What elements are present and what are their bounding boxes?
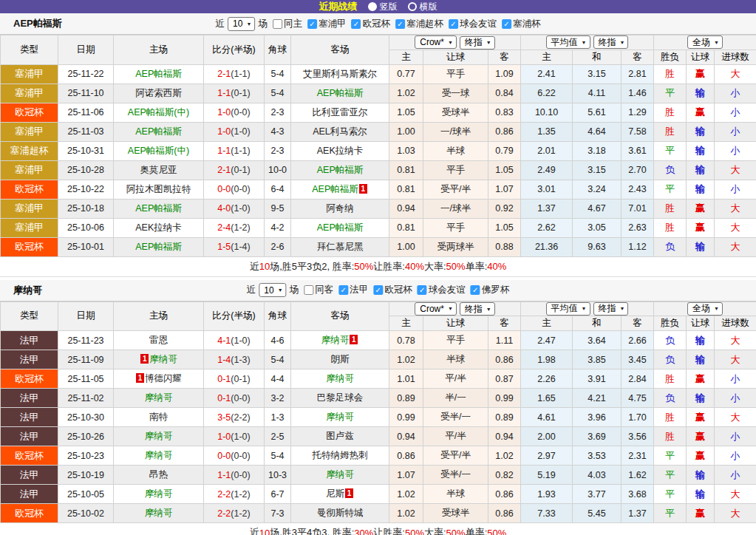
- sub-column-header: 让球: [423, 316, 488, 331]
- average-odds-cell: 1.93: [521, 485, 573, 504]
- handicap-odds-cell: 半球: [423, 485, 488, 504]
- fulltime-score: 1-1: [217, 146, 231, 156]
- away-team-cell: 摩纳哥: [291, 408, 389, 427]
- average-odds-cell: 3.64: [573, 331, 622, 350]
- league-checkbox[interactable]: ✓: [307, 19, 317, 29]
- scope-select[interactable]: 全场▼: [687, 35, 723, 49]
- handicap-odds-cell: 0.86: [488, 122, 521, 141]
- score-cell: 1-0(1-0): [204, 427, 265, 446]
- league-cell: 法甲: [1, 427, 58, 446]
- league-checkbox[interactable]: ✓: [471, 285, 480, 295]
- match-row: 塞浦超杯25-10-31AEP帕福斯(中)1-1(1-1)2-3AEK拉纳卡1.…: [1, 141, 756, 160]
- fulltime-score: 1-4: [217, 355, 231, 365]
- handicap-odds-cell: 0.94: [389, 199, 423, 218]
- league-checkbox[interactable]: ✓: [338, 285, 348, 295]
- fulltime-score: 4-1: [217, 335, 231, 346]
- halftime-score: (0-1): [231, 374, 250, 384]
- handicap-odds-cell: 0.99: [389, 408, 423, 427]
- header-dropdown-row: 类型日期主场比分(半场)角球客场Crow*▼终指▼平均值▼终指▼全场▼: [1, 301, 756, 316]
- odds-source-select[interactable]: Crow*▼: [415, 35, 457, 49]
- away-team-cell: AEP帕福斯: [291, 84, 389, 103]
- odds-select-group: Crow*▼终指▼: [389, 35, 521, 50]
- away-team-cell: AEP帕福斯: [291, 218, 389, 237]
- match-count-select[interactable]: 10▼: [259, 283, 286, 297]
- fulltime-score: 2-1: [217, 165, 231, 175]
- scope-select-group: 全场▼: [654, 35, 756, 50]
- average-odds-cell: 4.11: [573, 84, 622, 103]
- league-checkbox[interactable]: ✓: [502, 19, 511, 29]
- average-odds-cell: 3.15: [573, 64, 622, 84]
- league-checkbox[interactable]: ✓: [373, 285, 383, 295]
- same-venue-checkbox[interactable]: [304, 285, 313, 295]
- handicap-odds-cell: 1.11: [488, 331, 521, 350]
- avg-kind-select[interactable]: 终指▼: [593, 35, 629, 49]
- radio-horizontal-layout[interactable]: 横版: [408, 1, 437, 13]
- chevron-down-icon: ▼: [278, 287, 283, 293]
- away-team-cell: 托特纳姆热刺: [291, 446, 389, 466]
- radio-vertical-layout[interactable]: 竖版: [368, 1, 398, 13]
- avg-source-select[interactable]: 平均值▼: [546, 35, 590, 49]
- date-cell: 25-11-22: [58, 64, 114, 84]
- handicap-odds-cell: 受球半: [423, 504, 488, 523]
- corners-cell: 5-4: [265, 84, 291, 103]
- league-checkbox[interactable]: ✓: [418, 285, 427, 295]
- team-label: AEK拉纳卡: [135, 222, 182, 233]
- handicap-odds-cell: 1.09: [488, 64, 521, 84]
- home-team-cell: AEP帕福斯: [114, 237, 204, 256]
- radio-unselected-icon[interactable]: [408, 2, 417, 11]
- column-header: 日期: [58, 301, 114, 331]
- league-checkbox[interactable]: ✓: [449, 19, 458, 29]
- away-team-cell: 艾里斯利马斯素尔: [291, 64, 389, 84]
- handicap-result-cell: 赢: [687, 218, 715, 237]
- average-odds-cell: 4.67: [573, 199, 622, 218]
- odds-kind-select[interactable]: 终指▼: [460, 302, 495, 316]
- fulltime-score: 2-2: [217, 489, 231, 500]
- goals-result-cell: 小: [715, 369, 756, 389]
- average-odds-cell: 2.97: [521, 446, 573, 466]
- avg-kind-select[interactable]: 终指▼: [593, 302, 629, 316]
- team-label: 朗斯: [331, 354, 350, 364]
- summary-segment: 场,胜5平3负2, 胜率:: [270, 260, 354, 273]
- match-row: 塞浦甲25-11-22AEP帕福斯2-1(1-1)5-4艾里斯利马斯素尔0.77…: [1, 64, 756, 84]
- chevron-down-icon: ▼: [582, 306, 587, 311]
- radio-selected-icon[interactable]: [368, 2, 377, 11]
- avg-source-select[interactable]: 平均值▼: [546, 302, 590, 316]
- sub-column-header: 进球数: [715, 50, 756, 64]
- same-venue-checkbox[interactable]: [273, 19, 282, 29]
- league-checkbox[interactable]: ✓: [395, 19, 405, 29]
- league-checkbox[interactable]: ✓: [351, 19, 361, 29]
- odds-source-select[interactable]: Crow*▼: [415, 302, 457, 316]
- score-cell: 1-1(0-1): [204, 84, 265, 103]
- header-dropdown-row: 类型日期主场比分(半场)角球客场Crow*▼终指▼平均值▼终指▼全场▼: [1, 35, 756, 50]
- column-header: 主场: [114, 35, 204, 65]
- scope-select-group: 全场▼: [654, 301, 756, 316]
- date-cell: 25-10-23: [58, 446, 114, 466]
- win-draw-loss-cell: 胜: [654, 369, 687, 389]
- scope-select[interactable]: 全场▼: [687, 302, 723, 316]
- home-team-cell: 阿拉木图凯拉特: [114, 180, 204, 199]
- handicap-odds-cell: 1.05: [389, 103, 423, 122]
- halftime-score: (0-1): [231, 165, 250, 175]
- sub-column-header: 进球数: [715, 316, 756, 331]
- average-odds-cell: 2.70: [622, 160, 654, 180]
- fulltime-score: 0-1: [217, 374, 231, 384]
- halftime-score: (1-1): [231, 69, 250, 79]
- match-row: 欧冠杯25-10-23摩纳哥0-0(0-0)5-4托特纳姆热刺0.86受平/半1…: [1, 446, 756, 466]
- corners-cell: 6-7: [265, 485, 291, 504]
- handicap-odds-cell: 0.81: [389, 160, 423, 180]
- match-count-select[interactable]: 10▼: [228, 17, 255, 31]
- win-draw-loss-cell: 平: [654, 466, 687, 485]
- fulltime-score: 1-1: [217, 88, 231, 98]
- odds-source-select-value: Crow*: [420, 37, 444, 47]
- away-team-cell: 尼斯1: [291, 485, 389, 504]
- team-label: AEP帕福斯(中): [128, 107, 189, 117]
- sub-column-header: 胜负: [654, 50, 687, 64]
- league-cell: 塞浦甲: [1, 218, 58, 237]
- halftime-score: (1-1): [231, 146, 250, 156]
- handicap-odds-cell: 1.07: [488, 180, 521, 199]
- sub-column-header: 主: [389, 316, 423, 331]
- odds-kind-select[interactable]: 终指▼: [460, 36, 495, 50]
- league-cell: 欧冠杯: [1, 103, 58, 122]
- team-label: AEP帕福斯: [317, 88, 364, 98]
- win-draw-loss-cell: 胜: [654, 64, 687, 84]
